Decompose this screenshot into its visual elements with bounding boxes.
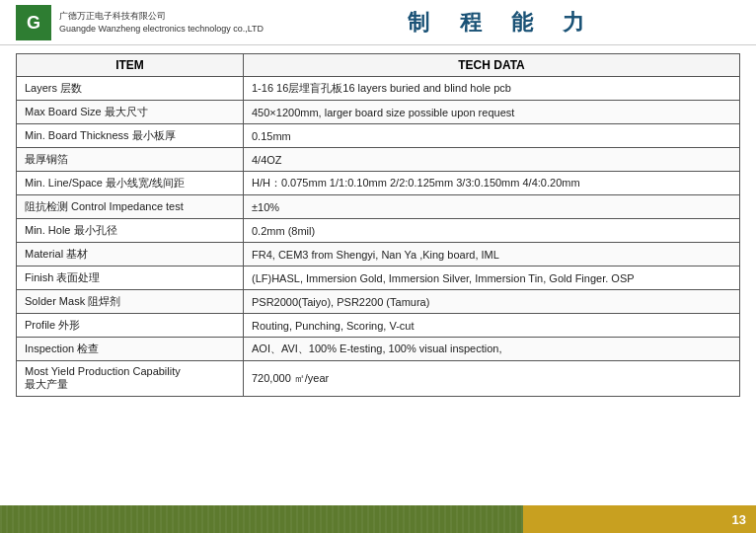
table-cell-item: Min. Line/Space 最小线宽/线间距	[17, 172, 244, 195]
table-cell-data: (LF)HASL, Immersion Gold, Immersion Silv…	[244, 266, 740, 290]
table-cell-item: Max Board Size 最大尺寸	[17, 101, 244, 124]
table-cell-data: 0.15mm	[244, 124, 740, 148]
table-cell-data: 450×1200mm, larger board size possible u…	[244, 101, 740, 124]
table-cell-item: Min. Hole 最小孔径	[17, 219, 244, 243]
table-cell-item: Min. Board Thickness 最小板厚	[17, 124, 244, 148]
table-row: Finish 表面处理(LF)HASL, Immersion Gold, Imm…	[17, 266, 740, 290]
footer-green-section	[0, 505, 523, 533]
table-row: Solder Mask 阻焊剂PSR2000(Taiyo), PSR2200 (…	[17, 290, 740, 314]
table-cell-item: Material 基材	[17, 243, 244, 266]
capability-table-wrapper: ITEM TECH DATA Layers 层数1-16 16层埋盲孔板16 l…	[0, 45, 756, 405]
header: G 广德万正电子科技有限公司 Guangde Wanzheng electron…	[0, 0, 756, 45]
table-row: Most Yield Production Capability 最大产量720…	[17, 361, 740, 397]
title-area: 制 程 能 力	[264, 8, 740, 38]
footer-gold-section: 13	[523, 505, 756, 533]
table-cell-item: Profile 外形	[17, 314, 244, 338]
table-cell-data: ±10%	[244, 195, 740, 219]
table-row: Max Board Size 最大尺寸450×1200mm, larger bo…	[17, 101, 740, 124]
table-row: Inspection 检查AOI、AVI、100% E-testing, 100…	[17, 338, 740, 361]
capability-table: ITEM TECH DATA Layers 层数1-16 16层埋盲孔板16 l…	[16, 53, 740, 397]
table-cell-data: Routing, Punching, Scoring, V-cut	[244, 314, 740, 338]
col-data-header: TECH DATA	[244, 54, 740, 77]
table-cell-data: 4/4OZ	[244, 148, 740, 172]
table-row: 最厚铜箔4/4OZ	[17, 148, 740, 172]
table-cell-item: Most Yield Production Capability 最大产量	[17, 361, 244, 397]
table-cell-data: PSR2000(Taiyo), PSR2200 (Tamura)	[244, 290, 740, 314]
logo-area: G 广德万正电子科技有限公司 Guangde Wanzheng electron…	[16, 5, 264, 40]
table-cell-data: 1-16 16层埋盲孔板16 layers buried and blind h…	[244, 77, 740, 101]
table-cell-item: Layers 层数	[17, 77, 244, 101]
table-row: Min. Board Thickness 最小板厚0.15mm	[17, 124, 740, 148]
table-row: Profile 外形Routing, Punching, Scoring, V-…	[17, 314, 740, 338]
table-cell-data: H/H：0.075mm 1/1:0.10mm 2/2:0.125mm 3/3:0…	[244, 172, 740, 195]
company-name: 广德万正电子科技有限公司 Guangde Wanzheng electronic…	[59, 10, 264, 35]
company-logo-icon: G	[16, 5, 51, 40]
table-cell-item: Finish 表面处理	[17, 266, 244, 290]
table-row: Min. Hole 最小孔径0.2mm (8mil)	[17, 219, 740, 243]
page-title: 制 程 能 力	[408, 10, 595, 35]
footer-bar: 13	[0, 505, 756, 533]
table-header-row: ITEM TECH DATA	[17, 54, 740, 77]
table-cell-item: Inspection 检查	[17, 338, 244, 361]
table-cell-data: 720,000 ㎡/year	[244, 361, 740, 397]
table-cell-data: FR4, CEM3 from Shengyi, Nan Ya ,King boa…	[244, 243, 740, 266]
table-cell-data: AOI、AVI、100% E-testing, 100% visual insp…	[244, 338, 740, 361]
table-row: Min. Line/Space 最小线宽/线间距H/H：0.075mm 1/1:…	[17, 172, 740, 195]
table-cell-item: 阻抗检测 Control Impedance test	[17, 195, 244, 219]
table-body: Layers 层数1-16 16层埋盲孔板16 layers buried an…	[17, 77, 740, 397]
table-row: Layers 层数1-16 16层埋盲孔板16 layers buried an…	[17, 77, 740, 101]
table-cell-item: 最厚铜箔	[17, 148, 244, 172]
table-cell-data: 0.2mm (8mil)	[244, 219, 740, 243]
svg-text:G: G	[27, 13, 40, 33]
table-row: 阻抗检测 Control Impedance test±10%	[17, 195, 740, 219]
table-row: Material 基材FR4, CEM3 from Shengyi, Nan Y…	[17, 243, 740, 266]
table-cell-item: Solder Mask 阻焊剂	[17, 290, 244, 314]
page-number: 13	[732, 512, 746, 527]
col-item-header: ITEM	[17, 54, 244, 77]
